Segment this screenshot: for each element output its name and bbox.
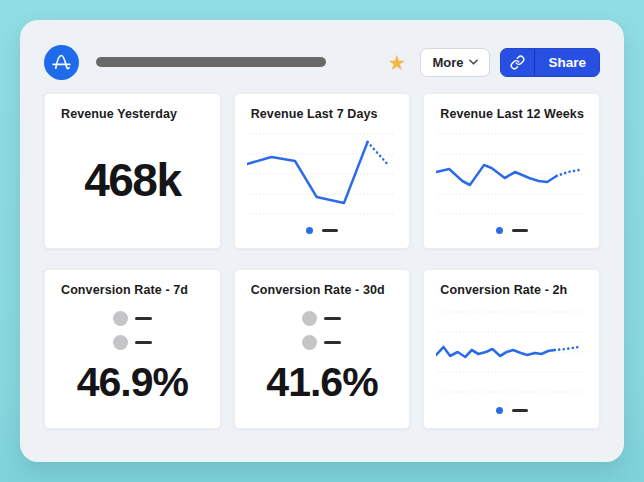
dashboard-panel: ★ More Share Revenue Yesterday 468k [20, 20, 624, 462]
card-title: Conversion Rate - 30d [247, 283, 398, 297]
dashboard-title-placeholder [96, 57, 326, 67]
card-revenue-last-12-weeks[interactable]: Revenue Last 12 Weeks [423, 93, 600, 249]
card-title: Conversion Rate - 2h [436, 283, 587, 297]
metric-value: 468k [57, 121, 208, 239]
favorite-star-icon[interactable]: ★ [388, 52, 407, 73]
legend-dash-icon [322, 229, 338, 232]
line-chart [436, 301, 587, 402]
legend-dash-icon [512, 409, 528, 412]
chevron-down-icon [469, 59, 478, 65]
funnel-steps [113, 311, 152, 350]
legend-dot-icon [496, 407, 503, 414]
funnel-step [302, 311, 341, 326]
funnel-step [113, 335, 152, 350]
card-revenue-yesterday[interactable]: Revenue Yesterday 468k [44, 93, 221, 249]
metric-value: 41.6% [247, 350, 398, 419]
funnel-dot-icon [113, 335, 128, 350]
card-conversion-rate-30d[interactable]: Conversion Rate - 30d 41.6% [234, 269, 411, 429]
funnel-dot-icon [113, 311, 128, 326]
funnel-dot-icon [302, 335, 317, 350]
chart-legend [247, 222, 398, 238]
header: ★ More Share [44, 34, 600, 90]
card-title: Revenue Yesterday [57, 107, 208, 121]
funnel-dash-icon [135, 341, 152, 344]
funnel-steps [302, 311, 341, 350]
chart-legend [436, 222, 587, 238]
line-chart [247, 125, 398, 222]
cards-grid: Revenue Yesterday 468k Revenue Last 7 Da… [44, 93, 600, 429]
card-conversion-rate-2h[interactable]: Conversion Rate - 2h [423, 269, 600, 429]
card-title: Revenue Last 12 Weeks [436, 107, 587, 121]
share-split-button[interactable]: Share [500, 48, 600, 77]
card-conversion-rate-7d[interactable]: Conversion Rate - 7d 46.9% [44, 269, 221, 429]
legend-dot-icon [306, 227, 313, 234]
card-title: Revenue Last 7 Days [247, 107, 398, 121]
share-button-label[interactable]: Share [535, 49, 599, 76]
funnel-dash-icon [324, 317, 341, 320]
header-actions: ★ More Share [388, 48, 600, 77]
funnel-dash-icon [324, 341, 341, 344]
funnel-step [113, 311, 152, 326]
funnel-dash-icon [135, 317, 152, 320]
legend-dash-icon [512, 229, 528, 232]
card-title: Conversion Rate - 7d [57, 283, 208, 297]
chart-legend [436, 402, 587, 418]
metric-value: 46.9% [57, 350, 208, 419]
copy-link-icon[interactable] [501, 49, 535, 76]
more-button[interactable]: More [420, 48, 490, 77]
funnel-dot-icon [302, 311, 317, 326]
more-button-label: More [432, 55, 463, 70]
funnel-step [302, 335, 341, 350]
line-chart [436, 125, 587, 222]
legend-dot-icon [496, 227, 503, 234]
amplitude-logo-icon[interactable] [44, 45, 79, 80]
card-revenue-last-7-days[interactable]: Revenue Last 7 Days [234, 93, 411, 249]
